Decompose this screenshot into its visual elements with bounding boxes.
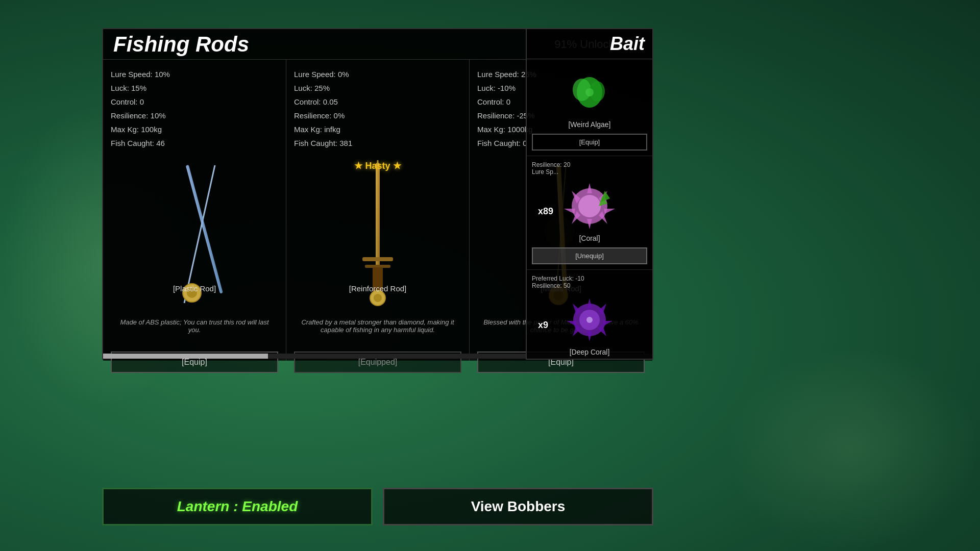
lantern-button[interactable]: Lantern : Enabled <box>102 488 373 525</box>
bait-item-weird-algae: [Weird Algae] [Equip] <box>527 59 652 156</box>
reinforced-lure-speed: Lure Speed: 0% <box>294 67 461 81</box>
svg-point-19 <box>585 88 594 96</box>
plastic-rod-svg <box>143 155 246 318</box>
weird-algae-name: [Weird Algae] <box>532 120 647 129</box>
weird-algae-image <box>532 64 647 120</box>
reinforced-resilience: Resilience: 0% <box>294 109 461 122</box>
deep-coral-svg <box>561 294 618 345</box>
reinforced-luck: Luck: 25% <box>294 81 461 95</box>
bg-light-right <box>725 347 980 551</box>
svg-point-29 <box>578 195 601 217</box>
rod-card-plastic: Lure Speed: 10% Luck: 15% Control: 0 Res… <box>103 60 286 361</box>
reinforced-control: Control: 0.05 <box>294 95 461 109</box>
svg-marker-23 <box>604 209 615 214</box>
bottom-bar: Lantern : Enabled View Bobbers <box>102 488 653 525</box>
svg-marker-37 <box>587 331 592 341</box>
svg-rect-6 <box>362 257 393 261</box>
coral-stats-text: Resilience: 20 Lure Sp... <box>532 161 647 176</box>
plastic-resilience: Resilience: 10% <box>111 109 278 122</box>
weird-algae-equip-btn[interactable]: [Equip] <box>532 134 647 151</box>
coral-image: x89 <box>532 178 647 234</box>
hasty-label: ★ Hasty ★ <box>354 161 401 171</box>
coral-name: [Coral] <box>532 234 647 242</box>
reinforced-rod-image: ★ Hasty ★ [Reinforced Rod] <box>294 155 461 318</box>
plastic-luck: Luck: 15% <box>111 81 278 95</box>
deep-coral-image: x9 <box>532 292 647 348</box>
coral-count: x89 <box>538 206 553 217</box>
deep-coral-name: [Deep Coral] <box>532 348 647 356</box>
coral-unequip-btn[interactable]: [Unequip] <box>532 247 647 264</box>
reinforced-rod-desc: Crafted by a metal stronger than diamond… <box>294 318 461 346</box>
svg-marker-33 <box>587 298 592 309</box>
deep-coral-count: x9 <box>538 320 548 331</box>
reinforced-max-kg: Max Kg: infkg <box>294 122 461 136</box>
rod-card-reinforced: Lure Speed: 0% Luck: 25% Control: 0.05 R… <box>286 60 470 361</box>
plastic-control: Control: 0 <box>111 95 278 109</box>
reinforced-rod-name: [Reinforced Rod] <box>294 284 461 293</box>
svg-point-10 <box>374 294 382 302</box>
view-bobbers-button[interactable]: View Bobbers <box>383 488 653 525</box>
weird-algae-svg <box>569 72 610 113</box>
reinforced-rod-svg <box>327 155 429 318</box>
coral-svg <box>559 181 620 232</box>
svg-point-42 <box>586 317 593 323</box>
svg-marker-27 <box>564 209 575 214</box>
plastic-lure-speed: Lure Speed: 10% <box>111 67 278 81</box>
bait-header: Bait <box>527 29 652 59</box>
bait-item-coral: Resilience: 20 Lure Sp... x89 <box>527 156 652 270</box>
plastic-rod-desc: Made of ABS plastic; You can trust this … <box>111 318 278 346</box>
page-title: Fishing Rods <box>113 32 249 57</box>
svg-marker-25 <box>587 219 592 229</box>
bait-item-deep-coral: Preferred Luck: -10 Resilience: 50 x9 <box>527 270 652 360</box>
plastic-fish-caught: Fish Caught: 46 <box>111 136 278 150</box>
plastic-rod-name: [Plastic Rod] <box>111 284 278 293</box>
bait-panel: Bait [Weird Algae] [Equip] Resilience: 2… <box>526 28 653 360</box>
progress-bar-fill <box>103 354 268 359</box>
deep-coral-stats: Preferred Luck: -10 Resilience: 50 <box>532 275 647 289</box>
svg-marker-35 <box>602 321 612 326</box>
reinforced-fish-caught: Fish Caught: 381 <box>294 136 461 150</box>
plastic-rod-image: [Plastic Rod] <box>111 155 278 318</box>
plastic-max-kg: Max Kg: 100kg <box>111 122 278 136</box>
plastic-rod-stats: Lure Speed: 10% Luck: 15% Control: 0 Res… <box>111 67 278 150</box>
svg-marker-21 <box>587 183 592 193</box>
reinforced-rod-stats: Lure Speed: 0% Luck: 25% Control: 0.05 R… <box>294 67 461 150</box>
svg-line-0 <box>184 165 215 303</box>
svg-marker-39 <box>567 321 577 326</box>
